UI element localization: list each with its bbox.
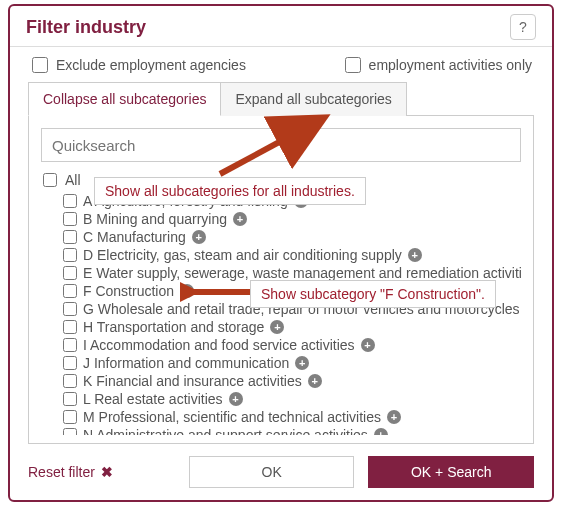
dialog-title: Filter industry bbox=[26, 17, 146, 38]
expand-icon[interactable]: + bbox=[387, 410, 401, 424]
expand-icon[interactable]: + bbox=[361, 338, 375, 352]
category-label: C Manufacturing bbox=[83, 229, 186, 245]
category-row: J Information and communication+ bbox=[63, 354, 513, 372]
category-row: L Real estate activities+ bbox=[63, 390, 513, 408]
tabs: Collapse all subcategories Expand all su… bbox=[10, 81, 552, 115]
category-panel: All A Agriculture, forestry and fishing+… bbox=[28, 115, 534, 444]
category-row: B Mining and quarrying+ bbox=[63, 210, 513, 228]
category-row: I Accommodation and food service activit… bbox=[63, 336, 513, 354]
search-input[interactable] bbox=[41, 128, 521, 162]
tab-collapse-all[interactable]: Collapse all subcategories bbox=[28, 82, 221, 116]
exclude-agencies-input[interactable] bbox=[32, 57, 48, 73]
ok-button[interactable]: OK bbox=[189, 456, 355, 488]
category-row: N Administrative and support service act… bbox=[63, 426, 513, 435]
category-row: C Manufacturing+ bbox=[63, 228, 513, 246]
category-label: L Real estate activities bbox=[83, 391, 223, 407]
employment-only-checkbox[interactable]: employment activities only bbox=[345, 57, 532, 73]
category-checkbox[interactable] bbox=[63, 284, 77, 298]
category-checkbox[interactable] bbox=[63, 266, 77, 280]
expand-icon[interactable]: + bbox=[308, 374, 322, 388]
category-label: B Mining and quarrying bbox=[83, 211, 227, 227]
expand-icon[interactable]: + bbox=[270, 320, 284, 334]
all-label: All bbox=[65, 172, 81, 188]
category-checkbox[interactable] bbox=[63, 356, 77, 370]
category-checkbox[interactable] bbox=[63, 374, 77, 388]
category-label: F Construction bbox=[83, 283, 174, 299]
category-checkbox[interactable] bbox=[63, 392, 77, 406]
filter-industry-dialog: Filter industry ? Exclude employment age… bbox=[8, 4, 554, 502]
expand-icon[interactable]: + bbox=[229, 392, 243, 406]
all-checkbox[interactable] bbox=[43, 173, 57, 187]
category-label: A Agriculture, forestry and fishing bbox=[83, 193, 288, 209]
category-row: H Transportation and storage+ bbox=[63, 318, 513, 336]
options-row: Exclude employment agencies employment a… bbox=[10, 47, 552, 81]
category-checkbox[interactable] bbox=[63, 248, 77, 262]
category-label: H Transportation and storage bbox=[83, 319, 264, 335]
category-row: M Professional, scientific and technical… bbox=[63, 408, 513, 426]
category-checkbox[interactable] bbox=[63, 338, 77, 352]
expand-icon[interactable]: + bbox=[180, 284, 194, 298]
ok-search-button[interactable]: OK + Search bbox=[368, 456, 534, 488]
dialog-footer: Reset filter ✖ OK OK + Search bbox=[10, 444, 552, 500]
employment-only-label: employment activities only bbox=[369, 57, 532, 73]
expand-icon[interactable]: + bbox=[294, 194, 308, 208]
employment-only-input[interactable] bbox=[345, 57, 361, 73]
category-label: G Wholesale and retail trade; repair of … bbox=[83, 301, 520, 317]
category-checkbox[interactable] bbox=[63, 320, 77, 334]
expand-icon[interactable]: + bbox=[374, 428, 388, 435]
category-checkbox[interactable] bbox=[63, 410, 77, 424]
close-icon: ✖ bbox=[101, 464, 113, 480]
category-checkbox[interactable] bbox=[63, 230, 77, 244]
category-label: M Professional, scientific and technical… bbox=[83, 409, 381, 425]
category-row: K Financial and insurance activities+ bbox=[63, 372, 513, 390]
category-label: E Water supply, sewerage, waste manageme… bbox=[83, 265, 521, 281]
help-button[interactable]: ? bbox=[510, 14, 536, 40]
expand-icon[interactable]: + bbox=[233, 212, 247, 226]
category-label: I Accommodation and food service activit… bbox=[83, 337, 355, 353]
category-checkbox[interactable] bbox=[63, 194, 77, 208]
category-label: N Administrative and support service act… bbox=[83, 427, 368, 435]
category-row: D Electricity, gas, steam and air condit… bbox=[63, 246, 513, 264]
tab-expand-all[interactable]: Expand all subcategories bbox=[221, 82, 406, 116]
reset-filter-label: Reset filter bbox=[28, 464, 95, 480]
category-row: E Water supply, sewerage, waste manageme… bbox=[63, 264, 513, 282]
category-list[interactable]: A Agriculture, forestry and fishing+B Mi… bbox=[41, 192, 521, 435]
category-checkbox[interactable] bbox=[63, 428, 77, 435]
dialog-header: Filter industry ? bbox=[10, 6, 552, 47]
exclude-agencies-label: Exclude employment agencies bbox=[56, 57, 246, 73]
exclude-agencies-checkbox[interactable]: Exclude employment agencies bbox=[30, 57, 246, 73]
category-row: F Construction+ bbox=[63, 282, 513, 300]
category-row: G Wholesale and retail trade; repair of … bbox=[63, 300, 513, 318]
category-row: A Agriculture, forestry and fishing+ bbox=[63, 192, 513, 210]
reset-filter-link[interactable]: Reset filter ✖ bbox=[28, 464, 113, 480]
category-checkbox[interactable] bbox=[63, 212, 77, 226]
category-label: D Electricity, gas, steam and air condit… bbox=[83, 247, 402, 263]
expand-icon[interactable]: + bbox=[192, 230, 206, 244]
category-label: K Financial and insurance activities bbox=[83, 373, 302, 389]
expand-icon[interactable]: + bbox=[295, 356, 309, 370]
category-label: J Information and communication bbox=[83, 355, 289, 371]
category-checkbox[interactable] bbox=[63, 302, 77, 316]
expand-icon[interactable]: + bbox=[408, 248, 422, 262]
